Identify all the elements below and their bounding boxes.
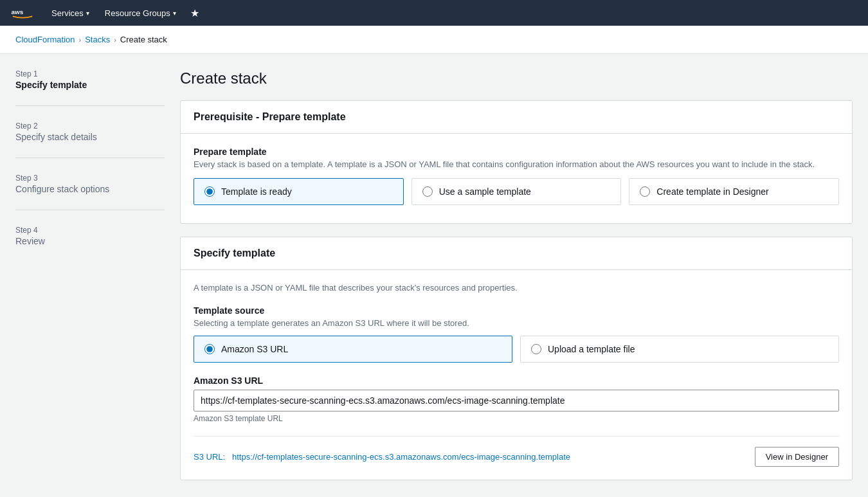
prepare-template-desc: Every stack is based on a template. A te… bbox=[194, 159, 839, 169]
step3-title: Configure stack options bbox=[15, 184, 165, 194]
prerequisite-panel: Prerequisite - Prepare template Prepare … bbox=[180, 100, 853, 224]
resource-groups-label: Resource Groups bbox=[105, 8, 170, 18]
specify-panel-desc: A template is a JSON or YAML file that d… bbox=[194, 283, 839, 293]
resource-groups-chevron-icon: ▾ bbox=[173, 10, 176, 17]
prepare-template-label: Prepare template bbox=[194, 147, 839, 157]
prerequisite-panel-body: Prepare template Every stack is based on… bbox=[181, 134, 852, 223]
s3-url-option[interactable]: Amazon S3 URL bbox=[194, 336, 512, 363]
resource-groups-nav-item[interactable]: Resource Groups ▾ bbox=[98, 0, 183, 26]
s3-url-input-label: Amazon S3 URL bbox=[194, 375, 839, 386]
sample-template-option[interactable]: Use a sample template bbox=[411, 178, 622, 205]
breadcrumb: CloudFormation › Stacks › Create stack bbox=[0, 26, 868, 54]
breadcrumb-sep-2: › bbox=[114, 36, 116, 44]
designer-template-option[interactable]: Create template in Designer bbox=[629, 178, 839, 205]
step1-label: Step 1 bbox=[15, 69, 165, 78]
sample-template-label: Use a sample template bbox=[439, 186, 531, 197]
breadcrumb-stacks-link[interactable]: Stacks bbox=[85, 35, 110, 44]
s3-url-display-value: https://cf-templates-secure-scanning-ecs… bbox=[232, 452, 570, 462]
s3-url-display-text: S3 URL: https://cf-templates-secure-scan… bbox=[194, 452, 570, 462]
template-source-label: Template source bbox=[194, 305, 839, 316]
template-source-radio-group: Amazon S3 URL Upload a template file bbox=[194, 336, 839, 363]
specify-panel-title: Specify template bbox=[194, 248, 839, 259]
breadcrumb-sep-1: › bbox=[79, 36, 82, 44]
svg-text:aws: aws bbox=[12, 8, 24, 15]
s3-url-input-section: Amazon S3 URL Amazon S3 template URL bbox=[194, 375, 839, 423]
specify-panel-header: Specify template bbox=[181, 237, 852, 270]
template-source-desc: Selecting a template generates an Amazon… bbox=[194, 318, 839, 328]
prepare-template-radio-group: Template is ready Use a sample template … bbox=[194, 178, 839, 205]
upload-template-option[interactable]: Upload a template file bbox=[520, 336, 839, 363]
s3-url-label: Amazon S3 URL bbox=[221, 344, 288, 354]
template-ready-label: Template is ready bbox=[221, 186, 292, 197]
view-in-designer-button[interactable]: View in Designer bbox=[755, 447, 839, 467]
specify-template-panel: Specify template A template is a JSON or… bbox=[180, 237, 853, 480]
sidebar-step-3: Step 3 Configure stack options bbox=[15, 174, 165, 194]
prerequisite-panel-header: Prerequisite - Prepare template bbox=[181, 101, 852, 134]
favorites-star-icon[interactable]: ★ bbox=[185, 7, 204, 19]
divider-3 bbox=[15, 210, 165, 210]
specify-panel-body: A template is a JSON or YAML file that d… bbox=[181, 270, 852, 480]
sidebar-step-2: Step 2 Specify stack details bbox=[15, 122, 165, 142]
main-layout: Step 1 Specify template Step 2 Specify s… bbox=[0, 54, 868, 497]
prerequisite-panel-title: Prerequisite - Prepare template bbox=[194, 111, 839, 123]
sidebar-step-4: Step 4 Review bbox=[15, 226, 165, 246]
page-title: Create stack bbox=[180, 69, 853, 87]
template-source-section: Template source Selecting a template gen… bbox=[194, 305, 839, 363]
services-chevron-icon: ▾ bbox=[86, 10, 89, 17]
template-ready-radio[interactable] bbox=[204, 186, 215, 197]
divider-2 bbox=[15, 158, 165, 158]
step3-label: Step 3 bbox=[15, 174, 165, 183]
step2-title: Specify stack details bbox=[15, 132, 165, 142]
designer-template-label: Create template in Designer bbox=[656, 186, 768, 197]
s3-url-hint: Amazon S3 template URL bbox=[194, 414, 839, 423]
top-navigation: aws Services ▾ Resource Groups ▾ ★ bbox=[0, 0, 868, 26]
main-content: Create stack Prerequisite - Prepare temp… bbox=[180, 54, 868, 497]
sample-template-radio[interactable] bbox=[422, 186, 433, 197]
step4-label: Step 4 bbox=[15, 226, 165, 235]
aws-logo[interactable]: aws bbox=[10, 4, 35, 22]
services-label: Services bbox=[51, 8, 84, 18]
breadcrumb-cloudformation-link[interactable]: CloudFormation bbox=[15, 35, 75, 44]
upload-template-label: Upload a template file bbox=[548, 344, 635, 354]
s3-url-row-label: S3 URL: bbox=[194, 452, 225, 462]
upload-template-radio[interactable] bbox=[531, 344, 541, 354]
step1-title: Specify template bbox=[15, 80, 165, 90]
divider-1 bbox=[15, 105, 165, 106]
s3-url-display-row: S3 URL: https://cf-templates-secure-scan… bbox=[194, 436, 839, 467]
step4-title: Review bbox=[15, 236, 165, 246]
breadcrumb-current: Create stack bbox=[120, 35, 167, 44]
template-ready-option[interactable]: Template is ready bbox=[194, 178, 404, 205]
sidebar-step-1: Step 1 Specify template bbox=[15, 69, 165, 90]
sidebar: Step 1 Specify template Step 2 Specify s… bbox=[0, 54, 180, 497]
designer-template-radio[interactable] bbox=[640, 186, 650, 197]
s3-url-radio[interactable] bbox=[204, 344, 215, 354]
s3-url-input[interactable] bbox=[194, 390, 839, 411]
services-nav-item[interactable]: Services ▾ bbox=[45, 0, 96, 26]
step2-label: Step 2 bbox=[15, 122, 165, 131]
